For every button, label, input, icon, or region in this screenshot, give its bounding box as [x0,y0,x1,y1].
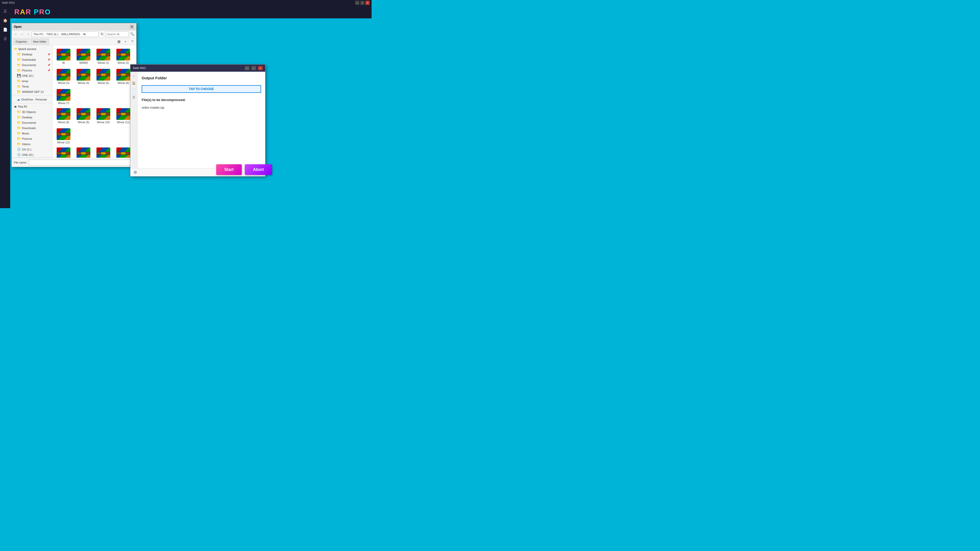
minimize-button[interactable]: — [355,1,360,5]
dialog-close-button[interactable]: ✕ [130,24,134,29]
help-button[interactable]: ? [130,39,135,44]
start-button[interactable]: Start [216,164,242,175]
list-item[interactable]: Winrar (3) [55,67,73,86]
nav-downloads2[interactable]: 📁 Downloads [12,125,52,130]
file-thumb-w2 [116,48,131,61]
dialog-title-bar: Open ✕ [12,23,136,30]
close-button[interactable]: ✕ [366,1,369,5]
file-thumb-w12 [56,128,71,141]
sidebar-list-icon[interactable]: ☰ [2,35,9,42]
back-button[interactable]: ← [13,32,18,37]
nav-winrar-sep[interactable]: 📁 WINRAR SEP 13 [12,89,52,94]
sidebar-file-icon[interactable]: 📄 [2,26,9,33]
nav-videos[interactable]: 📁 Videos [12,141,52,147]
rar-menu-icon[interactable]: ☰ [132,95,136,100]
rar-maximize-button[interactable]: □ [251,66,256,70]
rar-file-icon[interactable]: 📄 [132,88,136,93]
nav-one-d[interactable]: 💾 ONE (D:) [12,73,52,78]
list-item[interactable]: Winrar (20) [115,146,132,158]
nav-desktop[interactable]: 📁 Desktop 📌 [12,52,52,57]
nav-temp[interactable]: 📁 temp [12,78,52,84]
nav-downloads[interactable]: 📁 Downloads 📌 [12,57,52,62]
list-item[interactable]: Winrar (18) [75,146,92,158]
file-thumb-w9 [76,108,91,121]
file-thumb-w3 [56,68,71,81]
file-grid-row-1: 4k 390609 [55,47,134,106]
nav-desktop2[interactable]: 📁 Desktop [12,114,52,120]
nav-os-c[interactable]: 💿 OS (C:) [12,147,52,152]
os-c-icon: 💿 [17,148,21,151]
file-label: Winrar (8) [58,121,69,124]
nav-one-d2[interactable]: 💿 ONE (D:) [12,152,52,157]
list-item[interactable]: Winrar (2) [115,47,132,65]
logo-a: A [20,8,25,16]
list-item[interactable]: Winrar (11) [115,106,132,125]
sidebar-home-icon[interactable]: 🏠 [2,17,9,24]
list-item[interactable]: Winrar (7) [55,87,73,106]
file-thumb-w19 [96,147,111,158]
pictures2-icon: 📁 [17,137,21,141]
dialog-footer: File name: [12,158,136,167]
dialog-title: Open [14,25,127,29]
tap-to-choose-button[interactable]: TAP TO CHOOSE [142,85,261,93]
refresh-button[interactable]: ↻ [100,32,105,37]
nav-documents2[interactable]: 📁 Documents [12,120,52,125]
list-item[interactable]: Winrar (6) [115,67,132,86]
rar-pro-dialog: RAR PRO — □ ✕ ← 🏠 📄 ☰ Output Folder TAP … [130,64,266,176]
list-item[interactable]: Winrar (8) [55,106,73,125]
dialog-body: ⭐ Quick access 📁 Desktop 📌 📁 Downloads 📌… [12,45,136,158]
organize-button[interactable]: Organize [13,39,29,44]
nav-3d-objects[interactable]: 📁 3D Objects [12,109,52,114]
app-title: RAR PRO [2,1,355,4]
dialog-toolbar: ← → ↑ This PC › TWO (E:) › WALLPAPERS › … [12,30,136,38]
search-input[interactable] [106,32,129,37]
rar-close-button[interactable]: ✕ [258,66,262,70]
up-button[interactable]: ↑ [25,32,30,37]
nav-one-d-label: ONE (D:) [22,74,33,77]
forward-button[interactable]: → [19,32,24,37]
nav-music[interactable]: 📁 Music [12,130,52,136]
list-item[interactable]: Winrar (17) [55,146,73,158]
nav-documents[interactable]: 📁 Documents 📌 [12,62,52,68]
nav-divider-2 [12,103,52,103]
search-button[interactable]: 🔍 [130,32,135,37]
list-item[interactable]: Winrar (10) [94,106,112,125]
rar-back-icon[interactable]: ← [132,74,136,78]
breadcrumb: This PC › TWO (E:) › WALLPAPERS › 4k [32,32,99,37]
sidebar-menu-icon[interactable]: ☰ [2,8,9,15]
this-pc-group: 💻 This PC [12,104,52,109]
pin-icon: 📌 [48,53,50,56]
maximize-button[interactable]: □ [360,1,364,5]
nav-downloads2-label: Downloads [22,127,36,130]
list-item[interactable]: Winrar (9) [75,106,92,125]
open-file-dialog: Open ✕ ← → ↑ This PC › TWO (E:) › WALLPA… [11,23,137,167]
one-d-icon: 💾 [17,74,21,78]
view-list-button[interactable]: ▦ [116,39,121,44]
file-label: Winrar (10) [97,121,110,124]
list-item[interactable]: Winrar (4) [75,67,92,86]
videos-icon: 📁 [17,142,21,146]
list-item[interactable]: Winrar (1) [94,47,112,65]
file-label: Winrar (9) [78,121,89,124]
logo-r1: R [14,8,20,16]
list-item[interactable]: 390609 [75,47,92,65]
nav-documents-label: Documents [22,64,36,67]
pin-icon-4: 📌 [48,69,50,72]
list-item[interactable]: Winrar (12) [55,127,73,145]
list-item[interactable]: 4k [55,47,73,65]
nav-pictures[interactable]: 📁 Pictures 📌 [12,68,52,73]
nav-pictures2[interactable]: 📁 Pictures [12,136,52,141]
settings-button[interactable]: ⚙ [134,170,137,175]
list-item[interactable]: Winrar (19) [94,146,112,158]
nav-temp-caps[interactable]: 📁 Temp [12,84,52,89]
onedrive-icon: ☁ [17,97,20,101]
list-item[interactable]: Winrar (5) [94,67,112,86]
filename-input[interactable] [29,160,134,165]
abort-button[interactable]: Abort [245,164,272,175]
view-grid-button[interactable]: ▪ [123,39,128,44]
rar-minimize-button[interactable]: — [245,66,249,70]
rar-home-icon[interactable]: 🏠 [132,81,136,86]
nav-onedrive[interactable]: ☁ OneDrive - Personal [12,97,52,102]
quick-access-icon: ⭐ [14,47,18,51]
new-folder-button[interactable]: New folder [31,39,49,44]
